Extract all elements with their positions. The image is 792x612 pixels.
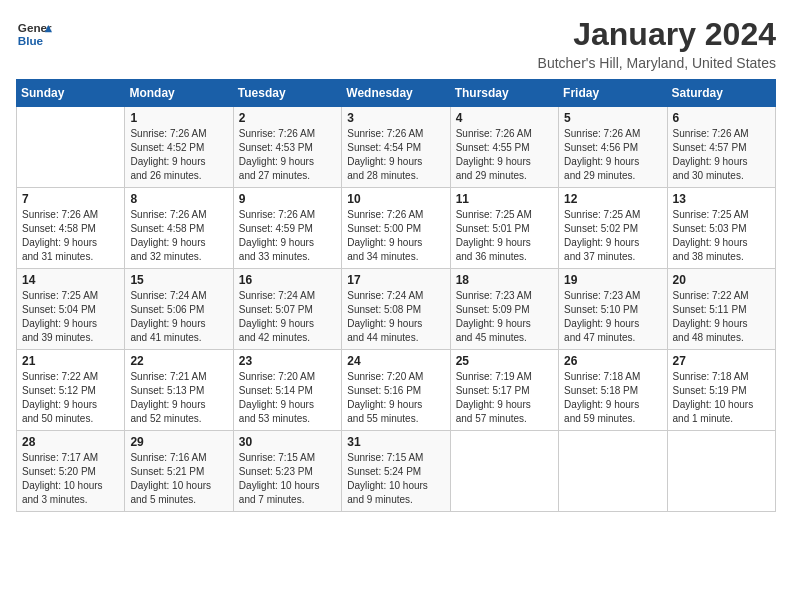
day-info: Sunrise: 7:19 AM Sunset: 5:17 PM Dayligh… [456,370,553,426]
day-number: 8 [130,192,227,206]
day-info: Sunrise: 7:26 AM Sunset: 4:52 PM Dayligh… [130,127,227,183]
weekday-header-wednesday: Wednesday [342,80,450,107]
day-number: 21 [22,354,119,368]
calendar-cell: 30Sunrise: 7:15 AM Sunset: 5:23 PM Dayli… [233,431,341,512]
day-number: 24 [347,354,444,368]
day-info: Sunrise: 7:23 AM Sunset: 5:09 PM Dayligh… [456,289,553,345]
calendar-week-5: 28Sunrise: 7:17 AM Sunset: 5:20 PM Dayli… [17,431,776,512]
calendar-cell: 14Sunrise: 7:25 AM Sunset: 5:04 PM Dayli… [17,269,125,350]
location: Butcher's Hill, Maryland, United States [538,55,776,71]
day-number: 7 [22,192,119,206]
calendar-cell: 1Sunrise: 7:26 AM Sunset: 4:52 PM Daylig… [125,107,233,188]
weekday-header-friday: Friday [559,80,667,107]
day-info: Sunrise: 7:26 AM Sunset: 4:58 PM Dayligh… [130,208,227,264]
calendar-cell: 18Sunrise: 7:23 AM Sunset: 5:09 PM Dayli… [450,269,558,350]
day-info: Sunrise: 7:21 AM Sunset: 5:13 PM Dayligh… [130,370,227,426]
weekday-header-row: SundayMondayTuesdayWednesdayThursdayFrid… [17,80,776,107]
day-number: 12 [564,192,661,206]
day-number: 10 [347,192,444,206]
day-info: Sunrise: 7:26 AM Sunset: 4:56 PM Dayligh… [564,127,661,183]
day-info: Sunrise: 7:24 AM Sunset: 5:07 PM Dayligh… [239,289,336,345]
day-info: Sunrise: 7:20 AM Sunset: 5:14 PM Dayligh… [239,370,336,426]
day-number: 22 [130,354,227,368]
day-info: Sunrise: 7:26 AM Sunset: 4:55 PM Dayligh… [456,127,553,183]
calendar-week-3: 14Sunrise: 7:25 AM Sunset: 5:04 PM Dayli… [17,269,776,350]
day-info: Sunrise: 7:26 AM Sunset: 4:59 PM Dayligh… [239,208,336,264]
calendar-cell [559,431,667,512]
day-number: 28 [22,435,119,449]
day-info: Sunrise: 7:18 AM Sunset: 5:19 PM Dayligh… [673,370,770,426]
day-info: Sunrise: 7:24 AM Sunset: 5:06 PM Dayligh… [130,289,227,345]
day-number: 1 [130,111,227,125]
day-number: 17 [347,273,444,287]
calendar-cell: 16Sunrise: 7:24 AM Sunset: 5:07 PM Dayli… [233,269,341,350]
day-info: Sunrise: 7:22 AM Sunset: 5:12 PM Dayligh… [22,370,119,426]
weekday-header-tuesday: Tuesday [233,80,341,107]
weekday-header-thursday: Thursday [450,80,558,107]
day-number: 31 [347,435,444,449]
calendar-week-1: 1Sunrise: 7:26 AM Sunset: 4:52 PM Daylig… [17,107,776,188]
day-info: Sunrise: 7:26 AM Sunset: 4:53 PM Dayligh… [239,127,336,183]
day-info: Sunrise: 7:26 AM Sunset: 4:57 PM Dayligh… [673,127,770,183]
day-number: 16 [239,273,336,287]
day-info: Sunrise: 7:17 AM Sunset: 5:20 PM Dayligh… [22,451,119,507]
day-number: 14 [22,273,119,287]
calendar-cell: 26Sunrise: 7:18 AM Sunset: 5:18 PM Dayli… [559,350,667,431]
calendar-cell: 24Sunrise: 7:20 AM Sunset: 5:16 PM Dayli… [342,350,450,431]
day-number: 27 [673,354,770,368]
day-info: Sunrise: 7:24 AM Sunset: 5:08 PM Dayligh… [347,289,444,345]
day-info: Sunrise: 7:20 AM Sunset: 5:16 PM Dayligh… [347,370,444,426]
day-number: 2 [239,111,336,125]
calendar-cell: 29Sunrise: 7:16 AM Sunset: 5:21 PM Dayli… [125,431,233,512]
logo: General Blue [16,16,52,52]
calendar-cell: 3Sunrise: 7:26 AM Sunset: 4:54 PM Daylig… [342,107,450,188]
calendar-cell: 2Sunrise: 7:26 AM Sunset: 4:53 PM Daylig… [233,107,341,188]
day-number: 23 [239,354,336,368]
day-info: Sunrise: 7:25 AM Sunset: 5:02 PM Dayligh… [564,208,661,264]
calendar-cell: 13Sunrise: 7:25 AM Sunset: 5:03 PM Dayli… [667,188,775,269]
logo-icon: General Blue [16,16,52,52]
calendar-cell: 25Sunrise: 7:19 AM Sunset: 5:17 PM Dayli… [450,350,558,431]
day-info: Sunrise: 7:22 AM Sunset: 5:11 PM Dayligh… [673,289,770,345]
day-info: Sunrise: 7:23 AM Sunset: 5:10 PM Dayligh… [564,289,661,345]
day-info: Sunrise: 7:25 AM Sunset: 5:01 PM Dayligh… [456,208,553,264]
calendar-table: SundayMondayTuesdayWednesdayThursdayFrid… [16,79,776,512]
calendar-cell: 8Sunrise: 7:26 AM Sunset: 4:58 PM Daylig… [125,188,233,269]
calendar-cell: 23Sunrise: 7:20 AM Sunset: 5:14 PM Dayli… [233,350,341,431]
day-number: 4 [456,111,553,125]
weekday-header-saturday: Saturday [667,80,775,107]
day-info: Sunrise: 7:25 AM Sunset: 5:04 PM Dayligh… [22,289,119,345]
svg-text:Blue: Blue [18,34,44,47]
calendar-cell: 22Sunrise: 7:21 AM Sunset: 5:13 PM Dayli… [125,350,233,431]
day-info: Sunrise: 7:18 AM Sunset: 5:18 PM Dayligh… [564,370,661,426]
day-number: 29 [130,435,227,449]
page-header: General Blue January 2024 Butcher's Hill… [16,16,776,71]
day-number: 5 [564,111,661,125]
calendar-cell: 5Sunrise: 7:26 AM Sunset: 4:56 PM Daylig… [559,107,667,188]
calendar-cell: 31Sunrise: 7:15 AM Sunset: 5:24 PM Dayli… [342,431,450,512]
month-title: January 2024 [538,16,776,53]
calendar-cell: 12Sunrise: 7:25 AM Sunset: 5:02 PM Dayli… [559,188,667,269]
calendar-cell: 20Sunrise: 7:22 AM Sunset: 5:11 PM Dayli… [667,269,775,350]
day-info: Sunrise: 7:25 AM Sunset: 5:03 PM Dayligh… [673,208,770,264]
calendar-cell [667,431,775,512]
day-info: Sunrise: 7:26 AM Sunset: 4:58 PM Dayligh… [22,208,119,264]
calendar-cell: 21Sunrise: 7:22 AM Sunset: 5:12 PM Dayli… [17,350,125,431]
calendar-cell [17,107,125,188]
calendar-cell: 19Sunrise: 7:23 AM Sunset: 5:10 PM Dayli… [559,269,667,350]
calendar-cell: 11Sunrise: 7:25 AM Sunset: 5:01 PM Dayli… [450,188,558,269]
day-info: Sunrise: 7:15 AM Sunset: 5:23 PM Dayligh… [239,451,336,507]
calendar-cell [450,431,558,512]
calendar-cell: 17Sunrise: 7:24 AM Sunset: 5:08 PM Dayli… [342,269,450,350]
day-number: 18 [456,273,553,287]
calendar-body: 1Sunrise: 7:26 AM Sunset: 4:52 PM Daylig… [17,107,776,512]
calendar-cell: 9Sunrise: 7:26 AM Sunset: 4:59 PM Daylig… [233,188,341,269]
day-number: 11 [456,192,553,206]
calendar-cell: 10Sunrise: 7:26 AM Sunset: 5:00 PM Dayli… [342,188,450,269]
calendar-week-4: 21Sunrise: 7:22 AM Sunset: 5:12 PM Dayli… [17,350,776,431]
weekday-header-sunday: Sunday [17,80,125,107]
day-number: 6 [673,111,770,125]
calendar-cell: 28Sunrise: 7:17 AM Sunset: 5:20 PM Dayli… [17,431,125,512]
day-number: 26 [564,354,661,368]
weekday-header-monday: Monday [125,80,233,107]
